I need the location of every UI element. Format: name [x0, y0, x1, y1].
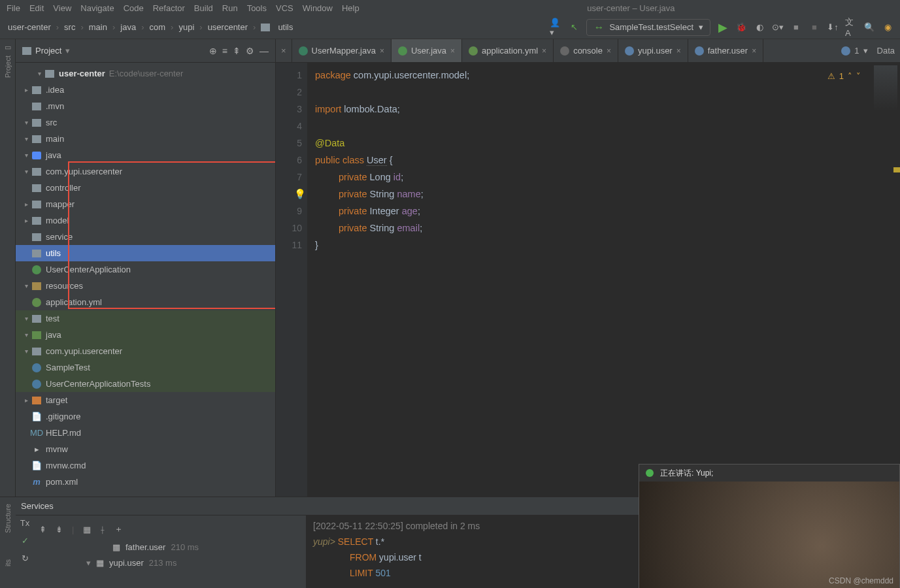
menu-build[interactable]: Build [194, 3, 213, 13]
tree-mapper[interactable]: ▸mapper [16, 196, 275, 212]
stop-button[interactable]: ■ [790, 22, 802, 33]
menu-window[interactable]: Window [303, 3, 333, 13]
close-icon[interactable]: × [380, 46, 384, 56]
run-configuration-selector[interactable]: ↔ SampleTest.testSelect ▾ [586, 19, 710, 36]
menu-code[interactable]: Code [124, 3, 144, 13]
tree-apptests[interactable]: UserCenterApplicationTests [16, 376, 275, 392]
close-icon[interactable]: × [450, 46, 455, 56]
services-tree[interactable]: ⇞ ⇟ | ▦ ⟊ ＋ ▦father.user210 ms ▾▦yupi.us… [34, 515, 306, 588]
tab-close-placeholder[interactable]: × [276, 39, 292, 62]
rerun-icon[interactable]: ↻ [22, 553, 29, 563]
services-father-user[interactable]: ▦father.user210 ms [34, 539, 306, 555]
tree-controller[interactable]: controller [16, 180, 275, 196]
tree-sampletest[interactable]: SampleTest [16, 359, 275, 376]
menu-file[interactable]: File [7, 3, 20, 13]
menu-edit[interactable]: Edit [29, 3, 44, 13]
debug-button[interactable]: 🐞 [735, 22, 747, 33]
project-tool-label[interactable]: Project [4, 56, 12, 78]
menu-run[interactable]: Run [222, 3, 238, 13]
tree-mvnwcmd[interactable]: 📄mvnw.cmd [16, 457, 275, 474]
breadcrumbs[interactable]: user-center› src› main› java› com› yupi›… [0, 22, 293, 32]
tree-resources[interactable]: ▾resources [16, 278, 275, 294]
tree-package[interactable]: ▾com.yupi.usercenter [16, 163, 275, 180]
tab-console[interactable]: console× [554, 39, 618, 62]
tab-usermapper[interactable]: UserMapper.java× [292, 39, 392, 62]
crumb-project[interactable]: user-center [8, 22, 51, 32]
project-title[interactable]: Project ▾ [22, 46, 70, 56]
tab-user[interactable]: User.java× [392, 39, 462, 62]
close-icon[interactable]: × [676, 46, 681, 56]
build-icon[interactable]: ↖ [568, 22, 580, 33]
tree-idea[interactable]: ▸.idea [16, 82, 275, 98]
menu-navigate[interactable]: Navigate [80, 3, 114, 13]
structure-tool-label[interactable]: Structure [4, 504, 12, 533]
tree-service[interactable]: service [16, 229, 275, 245]
tree-mvn[interactable]: .mvn [16, 98, 275, 114]
crumb-yupi[interactable]: yupi [178, 22, 194, 32]
collapse-all-icon[interactable]: ⇞ [233, 46, 241, 56]
close-icon[interactable]: × [542, 46, 546, 56]
locate-icon[interactable]: ⊕ [209, 46, 217, 56]
tree-root[interactable]: ▾user-centerE:\code\user-center [16, 65, 275, 82]
tree-mvnw[interactable]: ▸mvnw [16, 441, 275, 457]
services-yupi-user[interactable]: ▾▦yupi.user213 ms [34, 555, 306, 570]
tree-gitignore[interactable]: 📄.gitignore [16, 408, 275, 425]
search-icon[interactable]: 🔍 [863, 22, 875, 33]
tree-main[interactable]: ▾main [16, 131, 275, 147]
minimap[interactable] [874, 65, 897, 111]
line-gutter[interactable]: 1234567891011 [276, 63, 307, 520]
tree-src[interactable]: ▾src [16, 114, 275, 131]
tree-test-package[interactable]: ▾com.yupi.usercenter [16, 343, 275, 359]
expand-icon[interactable]: ⇞ [39, 525, 46, 534]
tree-application-class[interactable]: UserCenterApplication [16, 261, 275, 278]
its-tool-label[interactable]: its [4, 559, 12, 566]
run-button[interactable]: ▶ [717, 22, 729, 33]
tree-test[interactable]: ▾test [16, 310, 275, 327]
menu-refactor[interactable]: Refactor [153, 3, 185, 13]
inspection-status[interactable]: ⚠1˄˅ [827, 68, 861, 85]
crumb-java[interactable]: java [120, 22, 136, 32]
translate-icon[interactable]: 文A [845, 22, 857, 33]
layout-icon[interactable]: ⟊ [100, 525, 105, 534]
hide-icon[interactable]: — [259, 46, 269, 56]
crumb-utils[interactable]: utils [278, 22, 293, 32]
close-icon[interactable]: × [607, 46, 611, 56]
chevron-down-icon[interactable]: ˅ [856, 68, 861, 85]
menu-help[interactable]: Help [342, 3, 359, 13]
tree-model[interactable]: ▸model [16, 212, 275, 229]
tree-java[interactable]: ▾java [16, 147, 275, 163]
tree-target[interactable]: ▸target [16, 392, 275, 408]
settings-icon[interactable]: ◉ [882, 22, 893, 33]
tree-pom[interactable]: mpom.xml [16, 474, 275, 490]
tab-yupiuser[interactable]: yupi.user× [618, 39, 688, 62]
git-icon[interactable]: ⬇↑ [827, 22, 839, 33]
menu-view[interactable]: View [53, 3, 71, 13]
tree-application-yml[interactable]: application.yml [16, 294, 275, 310]
settings-icon[interactable]: ⚙ [246, 46, 254, 56]
menu-tools[interactable]: Tools [247, 3, 267, 13]
project-tree[interactable]: ▾user-centerE:\code\user-center ▸.idea .… [16, 63, 275, 520]
project-tool-icon[interactable]: ▭ [5, 43, 11, 52]
intention-bulb-icon[interactable]: 💡 [294, 186, 306, 203]
collapse-icon[interactable]: ⇟ [56, 525, 63, 534]
profiler-button[interactable]: ⊙▾ [772, 22, 784, 33]
crumb-usercenter[interactable]: usercenter [208, 22, 248, 32]
crumb-com[interactable]: com [150, 22, 166, 32]
menu-vcs[interactable]: VCS [276, 3, 293, 13]
crumb-src[interactable]: src [64, 22, 75, 32]
expand-all-icon[interactable]: ≡ [222, 46, 227, 56]
webcam-overlay[interactable]: 正在讲话: Yupi; [639, 464, 900, 588]
code-editor[interactable]: package com.yupi.usercenter.model; impor… [307, 63, 900, 520]
tree-utils[interactable]: utils [16, 245, 275, 261]
user-icon[interactable]: 👤▾ [550, 22, 561, 33]
tree-test-java[interactable]: ▾java [16, 327, 275, 343]
tab-fatheruser[interactable]: father.user× [688, 39, 763, 62]
filter-icon[interactable]: Tx [20, 518, 29, 528]
warning-stripe[interactable] [893, 167, 900, 172]
tabs-overflow[interactable]: 1▾Data [836, 39, 900, 62]
grid-icon[interactable]: ▦ [83, 525, 91, 534]
add-icon[interactable]: ＋ [114, 523, 123, 535]
chevron-up-icon[interactable]: ˄ [848, 68, 852, 85]
tree-help[interactable]: MDHELP.md [16, 425, 275, 441]
crumb-main[interactable]: main [89, 22, 107, 32]
